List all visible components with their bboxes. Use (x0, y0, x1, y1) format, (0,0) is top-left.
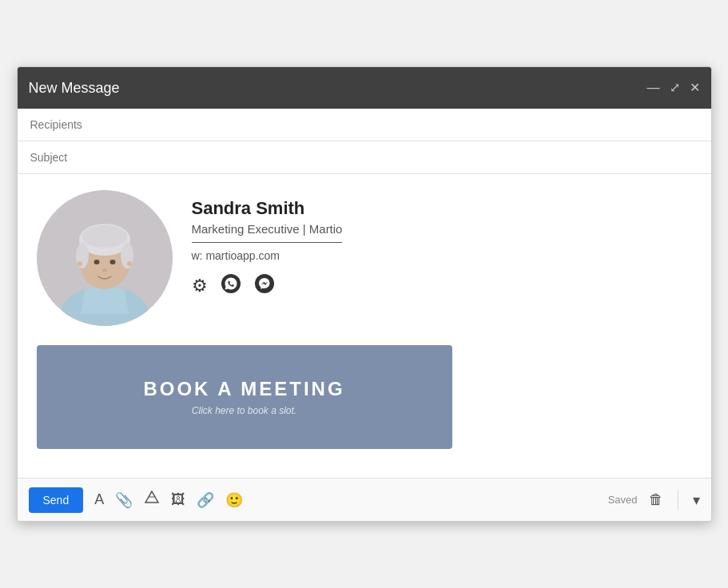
subject-input[interactable] (30, 151, 698, 164)
avatar (37, 190, 173, 326)
book-meeting-subtitle: Click here to book a slot. (192, 405, 296, 416)
link-icon[interactable]: 🔗 (197, 491, 214, 509)
sig-name: Sandra Smith (192, 198, 343, 219)
recipients-input[interactable] (30, 118, 698, 131)
sig-top: Sandra Smith Marketing Executive | Marti… (37, 190, 692, 326)
book-meeting-title: BOOK A MEETING (143, 378, 344, 400)
settings-icon[interactable]: ⚙ (192, 276, 208, 296)
svg-point-5 (82, 225, 127, 248)
body-area: Sandra Smith Marketing Executive | Marti… (18, 174, 711, 478)
trash-icon[interactable]: 🗑 (649, 491, 663, 508)
more-options-button[interactable]: ▾ (693, 491, 700, 509)
messenger-icon[interactable] (254, 273, 275, 299)
sig-title: Marketing Executive | Martio (192, 222, 343, 243)
format-text-icon[interactable]: A (94, 491, 104, 508)
title-bar: New Message — ⤢ ✕ (18, 67, 711, 109)
saved-status: Saved (608, 494, 638, 506)
svg-point-12 (127, 261, 132, 266)
recipients-row (18, 109, 711, 141)
window-title: New Message (29, 80, 120, 97)
svg-point-9 (109, 260, 115, 264)
toolbar-divider (678, 491, 678, 510)
sig-icons: ⚙ (192, 273, 343, 299)
svg-point-11 (78, 261, 82, 266)
emoji-icon[interactable]: 🙂 (225, 491, 243, 509)
sig-website: w: martioapp.com (192, 249, 343, 262)
image-icon[interactable]: 🖼 (171, 491, 185, 508)
maximize-button[interactable]: ⤢ (670, 81, 680, 94)
book-meeting-banner[interactable]: BOOK A MEETING Click here to book a slot… (37, 345, 452, 449)
signature-block: Sandra Smith Marketing Executive | Marti… (37, 190, 692, 449)
svg-point-14 (255, 274, 274, 293)
svg-point-10 (102, 268, 107, 272)
window-controls: — ⤢ ✕ (647, 81, 700, 94)
compose-window: New Message — ⤢ ✕ (17, 66, 712, 522)
subject-row (18, 141, 711, 174)
svg-point-8 (93, 260, 99, 264)
send-button[interactable]: Send (29, 487, 84, 513)
bottom-toolbar: Send A 📎 🖼 🔗 🙂 Saved 🗑 ▾ (18, 478, 711, 521)
close-button[interactable]: ✕ (690, 81, 700, 94)
attach-icon[interactable]: 📎 (115, 491, 133, 509)
whatsapp-icon[interactable] (221, 273, 241, 299)
minimize-button[interactable]: — (647, 81, 660, 94)
drive-icon[interactable] (144, 490, 160, 510)
sig-info: Sandra Smith Marketing Executive | Marti… (192, 190, 343, 299)
